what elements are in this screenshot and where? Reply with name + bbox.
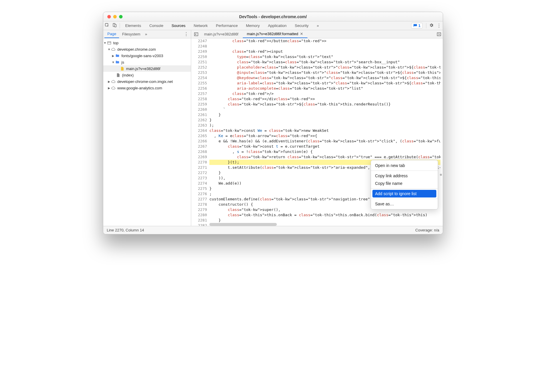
window-minimize-button[interactable] — [113, 15, 117, 18]
cloud-icon — [111, 86, 116, 90]
editor-tabbar: main.js?v=e382d86f main.js?v=e382d86f:fo… — [191, 30, 443, 38]
nav-history-icon[interactable] — [192, 30, 200, 38]
tree-row-domain[interactable]: ▼ developer.chrome.com — [103, 46, 191, 52]
window-zoom-button[interactable] — [119, 15, 123, 18]
separator — [120, 23, 120, 28]
editor-tab-formatted[interactable]: main.js?v=e382d86f:formatted ✕ — [243, 30, 308, 38]
tree-label: developer-chrome-com.imgix.net — [116, 79, 173, 84]
menu-item-copy-link[interactable]: Copy link address — [371, 172, 438, 180]
tree-label: main.js?v=e382d86f — [125, 67, 160, 71]
window-close-button[interactable] — [107, 15, 111, 18]
document-icon — [116, 73, 120, 77]
tree-row-domain-imgix[interactable]: ▶ developer-chrome-com.imgix.net — [103, 78, 191, 85]
menu-divider — [371, 171, 438, 171]
horizontal-scrollbar[interactable] — [209, 223, 277, 226]
navigator-overflow[interactable]: » — [143, 32, 149, 36]
menu-divider — [371, 188, 438, 189]
navigator-sidebar: ▼ top ▼ developer.chrome.com ▶ fonts/goo… — [103, 38, 191, 226]
device-toolbar-icon[interactable] — [111, 23, 118, 28]
devtools-window: DevTools - developer.chrome.com/ Element… — [103, 12, 443, 234]
tree-row-folder-js[interactable]: ▼ js — [103, 59, 191, 65]
tree-label: (index) — [121, 73, 134, 77]
cloud-icon — [111, 47, 116, 52]
settings-gear-icon[interactable] — [428, 23, 435, 29]
tab-elements[interactable]: Elements — [121, 21, 145, 30]
navigator-tab-page[interactable]: Page — [104, 30, 119, 38]
traffic-lights — [103, 15, 123, 18]
tree-label: fonts/google-sans-v2003 — [120, 54, 163, 58]
folder-icon — [115, 53, 120, 58]
devtools-tabbar: Elements Console Sources Network Perform… — [103, 21, 443, 30]
status-bar: Line 2270, Column 14 Coverage: n/a — [103, 226, 443, 234]
body: ▼ top ▼ developer.chrome.com ▶ fonts/goo… — [103, 38, 443, 226]
svg-rect-5 — [107, 42, 111, 44]
tab-memory[interactable]: Memory — [242, 21, 264, 30]
separator — [426, 23, 426, 28]
folder-icon — [115, 60, 120, 64]
svg-rect-3 — [194, 33, 198, 36]
inspect-element-icon[interactable] — [103, 23, 111, 28]
navigator-tabbar: Page Filesystem » ⋮ — [103, 30, 191, 38]
js-file-icon — [120, 66, 124, 71]
tab-sources[interactable]: Sources — [167, 21, 190, 30]
more-menu-icon[interactable]: ⋮ — [435, 23, 443, 28]
editor-tab-label: main.js?v=e382d86f:formatted — [247, 32, 298, 36]
secondary-bar: Page Filesystem » ⋮ main.js?v=e382d86f m… — [103, 30, 443, 38]
coverage-status: Coverage: n/a — [415, 228, 439, 232]
cursor-position: Line 2270, Column 14 — [107, 228, 144, 232]
titlebar: DevTools - developer.chrome.com/ — [103, 12, 443, 21]
tree-row-top[interactable]: ▼ top — [103, 40, 191, 46]
menu-item-open-new-tab[interactable]: Open in new tab — [371, 162, 438, 169]
editor-tab-original[interactable]: main.js?v=e382d86f — [200, 30, 243, 38]
tab-application[interactable]: Application — [264, 21, 291, 30]
tab-security[interactable]: Security — [291, 21, 313, 30]
tree-row-domain-ga[interactable]: ▶ www.google-analytics.com — [103, 85, 191, 91]
editor-tab-label: main.js?v=e382d86f — [204, 32, 238, 36]
navigator-tab-filesystem[interactable]: Filesystem — [119, 30, 143, 38]
tree-label: developer.chrome.com — [116, 47, 156, 52]
close-icon[interactable]: ✕ — [300, 32, 303, 36]
tree-label: www.google-analytics.com — [116, 86, 162, 90]
svg-rect-4 — [437, 33, 441, 36]
file-tree: ▼ top ▼ developer.chrome.com ▶ fonts/goo… — [103, 38, 191, 91]
tree-label: top — [112, 41, 118, 45]
line-number-gutter: 2247224822492250225122522253225422552256… — [191, 38, 209, 226]
svg-rect-2 — [115, 24, 116, 27]
tree-row-folder-fonts[interactable]: ▶ fonts/google-sans-v2003 — [103, 52, 191, 59]
tree-row-file-mainjs[interactable]: main.js?v=e382d86f — [103, 65, 191, 72]
tab-network[interactable]: Network — [190, 21, 212, 30]
tab-performance[interactable]: Performance — [212, 21, 242, 30]
code-editor[interactable]: 2247224822492250225122522253225422552256… — [191, 38, 443, 226]
frame-icon — [107, 40, 111, 45]
tabs-overflow[interactable]: » — [313, 21, 323, 30]
tree-row-file-index[interactable]: (index) — [103, 72, 191, 78]
issues-count: 1 — [418, 23, 420, 28]
tab-console[interactable]: Console — [145, 21, 167, 30]
context-menu: Open in new tab Copy link address Copy f… — [371, 160, 438, 209]
cloud-icon — [111, 79, 116, 84]
navigator-more-icon[interactable]: ⋮ — [182, 31, 191, 37]
scroll-indicator[interactable] — [440, 174, 442, 176]
menu-item-copy-filename[interactable]: Copy file name — [371, 180, 438, 187]
menu-item-save-as[interactable]: Save as… — [371, 200, 438, 208]
window-title: DevTools - developer.chrome.com/ — [103, 14, 443, 19]
issues-indicator[interactable]: 1 — [411, 23, 423, 28]
menu-divider — [371, 199, 438, 199]
tree-label: js — [120, 60, 124, 64]
menu-item-add-ignore-list[interactable]: Add script to ignore list — [372, 190, 436, 197]
toggle-debugger-icon[interactable] — [435, 30, 443, 38]
